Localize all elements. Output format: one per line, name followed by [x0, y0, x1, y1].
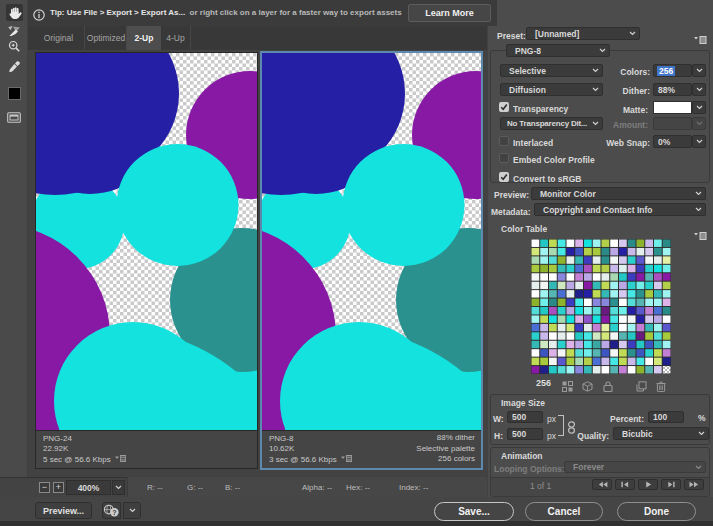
svg-text:?: ? — [112, 508, 116, 515]
